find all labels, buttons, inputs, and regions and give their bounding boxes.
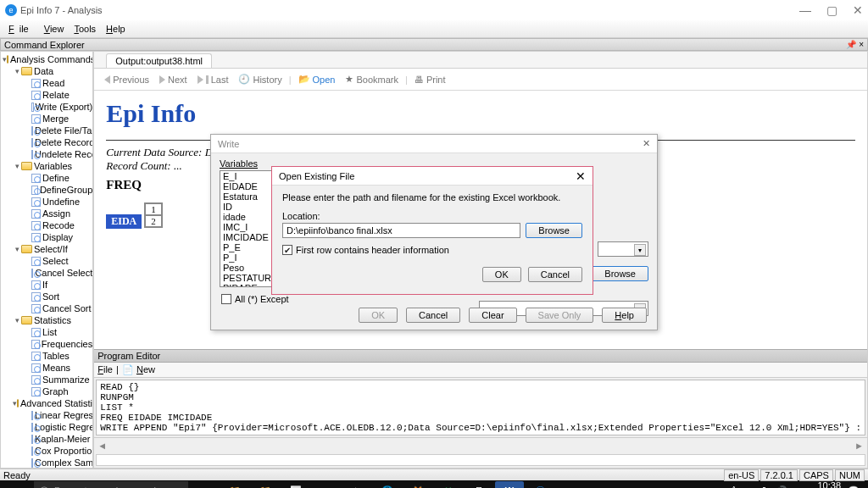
location-input[interactable]: D:\epiinfo\banco final.xlsx xyxy=(282,223,520,238)
write-clear-button[interactable]: Clear xyxy=(469,308,516,323)
next-button[interactable]: Next xyxy=(156,73,191,86)
minimize-button[interactable]: — xyxy=(799,4,811,16)
cortana-search[interactable]: ◯ Pergunte-me alguma coisa xyxy=(34,481,188,488)
checkbox-icon xyxy=(221,294,231,304)
tree-item[interactable]: Cancel Select xyxy=(1,267,92,279)
write-saveonly-button[interactable]: Save Only xyxy=(526,308,594,323)
tree-item[interactable]: Means xyxy=(1,362,92,374)
status-ready: Ready xyxy=(3,470,31,480)
tree-item[interactable]: Write (Export) xyxy=(1,101,92,113)
task-view-icon[interactable]: ◫ xyxy=(190,481,219,488)
open-dialog-title: Open Existing File xyxy=(279,171,354,181)
tree-folder[interactable]: ▾Data xyxy=(1,65,92,77)
tree-item[interactable]: Tables xyxy=(1,350,92,362)
tree-item[interactable]: DefineGroup xyxy=(1,184,92,196)
last-button[interactable]: Last xyxy=(194,73,232,86)
tray-chevron-icon[interactable]: ˄ xyxy=(732,485,737,489)
menu-tools[interactable]: Tools xyxy=(69,22,101,36)
tray-cloud-icon[interactable]: ☁ xyxy=(743,485,753,489)
open-cancel-button[interactable]: Cancel xyxy=(528,267,582,282)
first-row-header-checkbox[interactable]: ✔ First row contains header information xyxy=(282,245,582,255)
tree-item[interactable]: Relate xyxy=(1,89,92,101)
browse-button-lower[interactable]: Browse xyxy=(592,266,648,281)
tree-item[interactable]: Complex Sample Frequencies xyxy=(1,457,92,469)
menu-help[interactable]: Help xyxy=(101,22,131,36)
tree-item[interactable]: Graph xyxy=(1,385,92,397)
tree-item[interactable]: Cancel Sort xyxy=(1,302,92,314)
taskbar-app-3[interactable]: ⬜ xyxy=(281,481,310,488)
open-dialog-close-icon[interactable]: ✕ xyxy=(576,169,586,183)
prog-menu-file[interactable]: File xyxy=(97,364,113,375)
notifications-icon[interactable]: 💬 xyxy=(848,485,860,489)
tree-folder[interactable]: ▾Variables xyxy=(1,160,92,172)
open-button[interactable]: 📂 Open xyxy=(295,72,339,86)
bookmark-button[interactable]: ★ Bookmark xyxy=(342,72,402,86)
tree-item[interactable]: If xyxy=(1,279,92,291)
prev-button[interactable]: Previous xyxy=(101,73,153,86)
menu-file[interactable]: File xyxy=(3,22,39,36)
open-file-dialog: Open Existing File ✕ Please enter the pa… xyxy=(271,166,593,295)
taskbar-firefox[interactable]: 🦊 xyxy=(403,481,432,488)
tree-folder[interactable]: ▾Advanced Statistics xyxy=(1,397,92,409)
tree-item[interactable]: Display xyxy=(1,231,92,243)
taskbar-word[interactable]: W xyxy=(495,481,524,488)
write-cancel-button[interactable]: Cancel xyxy=(406,308,460,323)
chevron-down-icon: ▾ xyxy=(634,244,646,256)
tree-item[interactable]: Delete Records xyxy=(1,136,92,148)
write-help-button[interactable]: Help xyxy=(602,308,647,323)
tray-volume-icon[interactable]: 🔊 xyxy=(776,485,787,489)
tree-folder[interactable]: ▾Analysis Commands xyxy=(1,53,92,65)
tree-folder[interactable]: ▾Statistics xyxy=(1,314,92,326)
tree-item[interactable]: Merge xyxy=(1,113,92,125)
tree-item[interactable]: Undelete Records xyxy=(1,148,92,160)
start-button[interactable]: ⊞ xyxy=(3,481,32,488)
tree-item[interactable]: Frequencies xyxy=(1,338,92,350)
write-ok-button[interactable]: OK xyxy=(359,308,398,323)
open-ok-button[interactable]: OK xyxy=(482,267,521,282)
system-tray[interactable]: ˄ ☁ 🖧 🔊 10:38 21/03/2017 💬 xyxy=(732,481,865,488)
program-code[interactable]: READ {} RUNPGM LIST * FREQ EIDADE IMCIDA… xyxy=(96,380,865,435)
tree-item[interactable]: Sort xyxy=(1,291,92,302)
taskbar-calc[interactable]: 🖩 xyxy=(465,481,493,488)
pin-icon[interactable]: 📌 × xyxy=(846,40,864,49)
prog-menu-new[interactable]: 📄 New xyxy=(122,364,155,375)
tree-item[interactable]: Cox Proportional Hazards xyxy=(1,445,92,457)
tree-item[interactable]: Logistic Regression xyxy=(1,421,92,433)
tree-item[interactable]: Select xyxy=(1,255,92,267)
close-button[interactable]: ✕ xyxy=(853,4,863,16)
taskbar-chrome[interactable]: 🌐 xyxy=(373,481,402,488)
taskbar-app-2[interactable]: 📁 xyxy=(251,481,280,488)
print-button[interactable]: 🖶 Print xyxy=(411,73,449,86)
format-combo[interactable]: ▾ xyxy=(598,241,648,257)
all-except-checkbox[interactable]: All (*) Except xyxy=(221,294,289,304)
clock-time: 10:38 xyxy=(794,481,841,488)
tree-item[interactable]: Linear Regression xyxy=(1,409,92,421)
taskbar-excel[interactable]: X xyxy=(434,481,463,488)
tree-item[interactable]: Undefine xyxy=(1,196,92,208)
tree-item[interactable]: Read xyxy=(1,77,92,89)
tree-item[interactable]: Summarize xyxy=(1,374,92,385)
tree-folder[interactable]: ▾Select/If xyxy=(1,243,92,255)
taskbar-epi[interactable]: ⓔ xyxy=(526,481,554,488)
taskbar-app-1[interactable]: 📁 xyxy=(220,481,249,488)
output-tab[interactable]: Output:output38.html xyxy=(106,53,212,68)
browse-button[interactable]: Browse xyxy=(526,223,582,238)
program-editor: Program Editor File | 📄 New READ {} RUNP… xyxy=(94,349,867,468)
menu-view[interactable]: View xyxy=(39,22,70,36)
history-button[interactable]: 🕘 History xyxy=(235,72,285,86)
scroll-left-icon[interactable]: ◄ xyxy=(97,441,107,451)
program-editor-header: Program Editor xyxy=(94,350,867,363)
taskbar: ⊞ ◯ Pergunte-me alguma coisa ◫ 📁 📁 ⬜ e 🛍… xyxy=(0,480,868,488)
write-dialog-close-icon[interactable]: ✕ xyxy=(643,138,650,149)
tree-item[interactable]: Define xyxy=(1,172,92,184)
tree-item[interactable]: Assign xyxy=(1,208,92,219)
taskbar-store[interactable]: 🛍 xyxy=(342,481,371,488)
tree-item[interactable]: Delete File/Table xyxy=(1,125,92,136)
maximize-button[interactable]: ▢ xyxy=(826,4,837,16)
taskbar-edge[interactable]: e xyxy=(312,481,341,488)
tree-item[interactable]: Kaplan-Meier Survival xyxy=(1,433,92,445)
location-label: Location: xyxy=(282,211,582,221)
scroll-right-icon[interactable]: ► xyxy=(854,441,864,451)
tree-item[interactable]: List xyxy=(1,326,92,338)
tree-item[interactable]: Recode xyxy=(1,219,92,231)
